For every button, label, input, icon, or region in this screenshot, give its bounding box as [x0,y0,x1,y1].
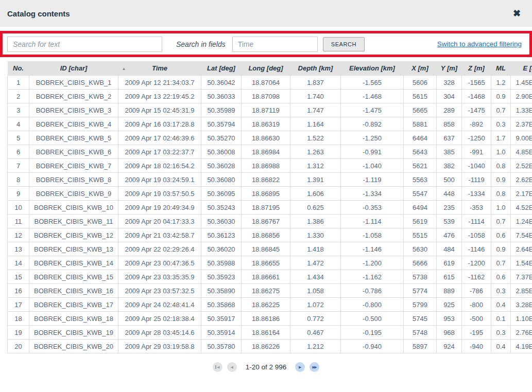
table-cell: -0.786 [341,284,404,298]
column-header-time[interactable]: ▲Time [118,61,201,76]
close-icon[interactable]: ✖ [511,9,523,18]
column-header-x-m[interactable]: X [m] [404,61,437,76]
table-cell: BOBREK_CIBIS_KWB_11 [29,215,118,228]
table-cell: -1146 [462,242,491,256]
column-header-ml[interactable]: ML [491,61,511,76]
table-cell: 1.434 [290,270,341,284]
first-page-button[interactable]: ◀ [213,362,222,372]
table-row[interactable]: 20BOBREK_CIBIS_KWB_202009 Apr 29 03:19:5… [8,340,532,353]
table-cell: 5515 [404,228,437,242]
table-row[interactable]: 18BOBREK_CIBIS_KWB_182009 Apr 25 02:18:3… [8,312,532,326]
table-cell: 18 [8,312,29,326]
column-header-y-m[interactable]: Y [m] [437,61,462,76]
table-row[interactable]: 19BOBREK_CIBIS_KWB_192009 Apr 28 03:45:1… [8,326,532,340]
table-row[interactable]: 7BOBREK_CIBIS_KWB_72009 Apr 18 02:16:54.… [8,159,532,173]
table-cell: 2009 Apr 16 03:17:28.8 [118,117,201,131]
table-cell: -0.500 [341,312,404,326]
table-cell: 5630 [404,242,437,256]
table-cell: -786 [462,284,491,298]
table-cell: BOBREK_CIBIS_KWB_7 [29,159,118,173]
table-cell: 2009 Apr 15 02:45:31.9 [118,103,201,117]
table-cell: 18.86822 [242,173,290,187]
table-cell: -500 [462,312,491,326]
column-header-long-deg[interactable]: Long [deg] [242,61,290,76]
table-cell: 5745 [404,312,437,326]
table-cell: BOBREK_CIBIS_KWB_8 [29,173,118,187]
column-header-depth-km[interactable]: Depth [km] [290,61,341,76]
table-row[interactable]: 16BOBREK_CIBIS_KWB_162009 Apr 23 03:57:3… [8,284,532,298]
table-cell: 2009 Apr 18 02:16:54.2 [118,159,201,173]
table-cell: 1.312 [290,159,341,173]
table-row[interactable]: 3BOBREK_CIBIS_KWB_32009 Apr 15 02:45:31.… [8,103,532,117]
table-row[interactable]: 6BOBREK_CIBIS_KWB_62009 Apr 17 03:22:37.… [8,145,532,159]
table-cell: 304 [437,90,462,103]
table-cell: 1.747 [290,103,341,117]
table-cell: 5606 [404,76,437,90]
table-row[interactable]: 17BOBREK_CIBIS_KWB_172009 Apr 24 02:48:4… [8,298,532,312]
advanced-filtering-link[interactable]: Switch to advanced filtering [437,40,522,48]
table-cell: -0.353 [341,201,404,215]
table-row[interactable]: 14BOBREK_CIBIS_KWB_142009 Apr 23 00:47:3… [8,256,532,270]
table-cell: 5665 [404,103,437,117]
table-row[interactable]: 15BOBREK_CIBIS_KWB_152009 Apr 23 03:35:3… [8,270,532,284]
table-cell: 50.35917 [201,312,242,326]
table-cell: 2.64E+03 [511,242,532,256]
table-row[interactable]: 13BOBREK_CIBIS_KWB_132009 Apr 22 02:29:2… [8,242,532,256]
previous-page-button[interactable]: ◀ [227,362,237,372]
table-cell: BOBREK_CIBIS_KWB_9 [29,187,118,201]
table-row[interactable]: 9BOBREK_CIBIS_KWB_92009 Apr 19 03:57:50.… [8,187,532,201]
table-cell: 18.86767 [242,215,290,228]
search-text-input[interactable] [7,37,162,52]
column-header-id-char[interactable]: ID [char] [29,61,118,76]
table-cell: 619 [437,256,462,270]
table-cell: 2.37E+02 [511,117,532,131]
column-header-z-m[interactable]: Z [m] [462,61,491,76]
table-cell: 50.35243 [201,201,242,215]
table-cell: 0.8 [491,159,511,173]
next-page-button[interactable]: ▶ [295,362,305,372]
table-row[interactable]: 1BOBREK_CIBIS_KWB_12009 Apr 12 21:34:03.… [8,76,532,90]
table-cell: 50.36042 [201,76,242,90]
column-header-no[interactable]: No. [8,61,29,76]
table-cell: 0.772 [290,312,341,326]
column-header-label: No. [13,64,24,72]
table-cell: 5881 [404,117,437,131]
table-cell: 0.3 [491,284,511,298]
table-cell: 1.391 [290,173,341,187]
table-cell: 1.263 [290,145,341,159]
table-cell: 50.35923 [201,270,242,284]
table-cell: 0.9 [491,173,511,187]
table-cell: 4 [8,117,29,131]
table-cell: -0.940 [341,340,404,353]
next-page-icon: ▶ [299,365,301,369]
search-button[interactable]: SEARCH [323,37,365,51]
column-header-e-j[interactable]: E [J] [511,61,532,76]
table-cell: 5 [8,131,29,145]
table-cell: BOBREK_CIBIS_KWB_12 [29,228,118,242]
table-cell: -1.200 [341,256,404,270]
table-row[interactable]: 10BOBREK_CIBIS_KWB_102009 Apr 19 20:49:3… [8,201,532,215]
table-cell: 18.86319 [242,117,290,131]
table-row[interactable]: 11BOBREK_CIBIS_KWB_112009 Apr 20 04:17:3… [8,215,532,228]
table-cell: -1468 [462,90,491,103]
table-row[interactable]: 12BOBREK_CIBIS_KWB_122009 Apr 21 03:42:5… [8,228,532,242]
column-header-lat-deg[interactable]: Lat [deg] [201,61,242,76]
search-fields-input[interactable] [232,37,318,52]
table-cell: 19 [8,326,29,340]
table-cell: -1250 [462,131,491,145]
table-cell: 0.7 [491,103,511,117]
table-row[interactable]: 2BOBREK_CIBIS_KWB_22009 Apr 13 22:19:45.… [8,90,532,103]
filter-bar-highlight: Search in fields SEARCH Switch to advanc… [0,31,532,57]
table-header-row: No.ID [char]▲TimeLat [deg]Long [deg]Dept… [8,61,532,76]
last-page-button[interactable]: ▶▶ [310,362,319,372]
table-cell: 5547 [404,187,437,201]
table-cell: 328 [437,76,462,90]
table-cell: -1114 [462,215,491,228]
column-header-label: Time [152,64,167,72]
table-cell: 2009 Apr 28 03:45:14.6 [118,326,201,340]
table-row[interactable]: 5BOBREK_CIBIS_KWB_52009 Apr 17 02:46:39.… [8,131,532,145]
column-header-elevation-km[interactable]: Elevation [km] [341,61,404,76]
table-row[interactable]: 4BOBREK_CIBIS_KWB_42009 Apr 16 03:17:28.… [8,117,532,131]
table-row[interactable]: 8BOBREK_CIBIS_KWB_82009 Apr 19 03:24:59.… [8,173,532,187]
table-cell: 2009 Apr 23 03:57:32.5 [118,284,201,298]
